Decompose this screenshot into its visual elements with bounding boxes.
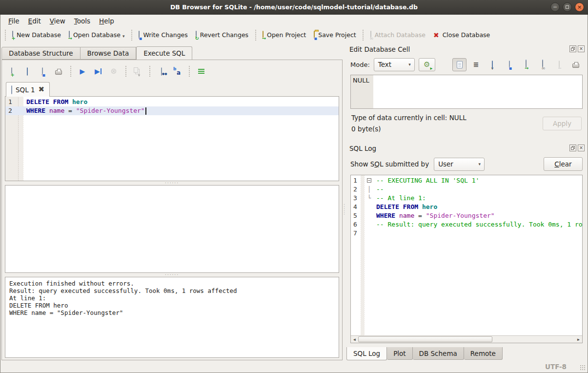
- toolbar-separator: [254, 30, 257, 41]
- toolbar-separator: [188, 66, 190, 77]
- print-cell-button[interactable]: [568, 58, 583, 71]
- splitter-handle[interactable]: ······: [2, 181, 342, 185]
- set-null-icon: −: [559, 61, 560, 68]
- execute-all-icon: ▶: [80, 68, 85, 75]
- menu-view[interactable]: View: [45, 16, 70, 26]
- sql-editor[interactable]: 1DELETE FROM hero2WHERE name = "Spider-Y…: [5, 96, 339, 181]
- maximize-button[interactable]: [563, 2, 572, 12]
- sql-toolbar: + ▪▾ ▶ ▶ ⊗ ▾ ba: [5, 64, 339, 79]
- new-database-button[interactable]: + New Database: [8, 29, 65, 41]
- menu-file[interactable]: File: [4, 16, 24, 26]
- chevron-down-icon: ▾: [479, 162, 481, 166]
- auto-format-icon: [198, 69, 204, 74]
- close-button[interactable]: ×: [575, 2, 584, 12]
- chevron-down-icon: ▾: [408, 62, 411, 67]
- main-toolbar: + New Database → Open Database ▾ ▪ Write…: [0, 26, 588, 43]
- set-null-button: −: [552, 58, 566, 71]
- float-dock-icon[interactable]: [569, 145, 576, 151]
- tab-plot[interactable]: Plot: [387, 347, 412, 360]
- revert-changes-button[interactable]: ↻ Revert Changes: [192, 29, 252, 41]
- revert-changes-icon: ↻: [196, 31, 197, 39]
- toolbar-separator: [130, 30, 133, 41]
- open-sql-tab-icon: +: [11, 68, 12, 75]
- save-sql-file-icon: ▪: [42, 68, 43, 75]
- tab-remote[interactable]: Remote: [464, 347, 503, 360]
- cell-mode-row: Mode: Text▾ ⚙▸ ≣ ▾ ▪ → ∞ −: [350, 57, 583, 72]
- scrollbar-thumb[interactable]: [358, 336, 492, 342]
- attach-database-icon: ∞: [370, 31, 371, 39]
- mode-select[interactable]: Text▾: [374, 58, 415, 71]
- horizontal-scrollbar[interactable]: ◀ ▶: [351, 335, 582, 343]
- tab-sql-log[interactable]: SQL Log: [346, 347, 387, 360]
- open-database-button[interactable]: → Open Database ▾: [65, 29, 129, 41]
- auto-format-button[interactable]: [194, 65, 208, 78]
- print-icon: [572, 63, 579, 68]
- sql-log-filter-row: Show SQL submitted by User▾ Clear: [350, 157, 583, 171]
- sql-file-tab[interactable]: SQL 1 ✖: [6, 82, 50, 97]
- execute-all-button[interactable]: ▶: [76, 65, 89, 78]
- results-table[interactable]: [5, 185, 339, 273]
- execute-current-line-button[interactable]: ▶: [91, 65, 105, 78]
- bottom-tabbar: SQL Log Plot DB Schema Remote: [346, 347, 587, 360]
- tab-db-schema[interactable]: DB Schema: [413, 347, 464, 360]
- toolbar-separator: [148, 66, 151, 77]
- close-database-button[interactable]: ✖ Close Database: [429, 29, 494, 41]
- cell-value: NULL: [353, 77, 369, 84]
- write-changes-button[interactable]: ▪ Write Changes: [135, 29, 191, 41]
- open-sql-tab-button[interactable]: +: [5, 65, 19, 78]
- splitter-handle[interactable]: ······: [2, 273, 342, 277]
- menu-help[interactable]: Help: [95, 16, 119, 26]
- stop-button: ⊗: [107, 65, 121, 78]
- main-tabbar: Database Structure Browse Data Execute S…: [1, 46, 343, 60]
- print-sql-button[interactable]: [52, 65, 65, 78]
- vertical-splitter[interactable]: ······: [343, 195, 346, 225]
- auto-switch-mode-button[interactable]: ⚙▸: [419, 58, 435, 71]
- titlebar[interactable]: DB Browser for SQLite - /home/user/code/…: [0, 0, 588, 15]
- text-document-icon: [457, 61, 463, 68]
- open-sql-file-icon: [27, 68, 28, 75]
- float-dock-icon[interactable]: [569, 45, 576, 52]
- close-tab-icon[interactable]: ✖: [39, 86, 45, 93]
- export-cell-button[interactable]: ▪: [502, 58, 516, 71]
- tab-execute-sql[interactable]: Execute SQL: [136, 46, 192, 60]
- tab-database-structure[interactable]: Database Structure: [1, 47, 81, 60]
- toolbar-separator: [124, 66, 127, 77]
- open-external-button[interactable]: →: [519, 58, 533, 71]
- menubar: File Edit View Tools Help: [0, 15, 588, 26]
- find-button[interactable]: [155, 65, 168, 78]
- scroll-left-icon[interactable]: ◀: [351, 336, 358, 343]
- minimize-button[interactable]: −: [550, 2, 560, 12]
- close-dock-icon[interactable]: ×: [578, 45, 585, 52]
- replace-button[interactable]: ba: [170, 65, 184, 78]
- apply-button: Apply: [543, 117, 582, 130]
- left-panel: Database Structure Browse Data Execute S…: [1, 46, 343, 360]
- save-project-button[interactable]: ▪ Save Project: [310, 29, 360, 41]
- save-sql-file-button[interactable]: ▪▾: [36, 65, 50, 78]
- attach-database-button: ∞ Attach Database: [366, 29, 429, 41]
- write-changes-icon: ▪: [139, 31, 140, 39]
- menu-tools[interactable]: Tools: [70, 16, 95, 26]
- cell-info-row: Type of data currently in cell: NULL 0 b…: [351, 114, 582, 137]
- import-cell-button[interactable]: ▾: [486, 58, 500, 71]
- open-project-button[interactable]: → Open Project: [259, 29, 310, 41]
- execution-message-pane[interactable]: Execution finished without errors.Result…: [5, 277, 339, 358]
- resize-grip[interactable]: [580, 365, 586, 371]
- encoding-indicator[interactable]: UTF-8: [545, 363, 567, 371]
- sql-file-tabbar: SQL 1 ✖: [6, 82, 342, 97]
- menu-edit[interactable]: Edit: [24, 16, 45, 26]
- link-data-button[interactable]: ∞: [535, 58, 549, 71]
- sql-log-dock-header: SQL Log ×: [346, 143, 587, 154]
- sql-log-view[interactable]: 1−-- EXECUTING ALL IN 'SQL 1'2│--3└-- At…: [350, 175, 583, 343]
- clear-log-button[interactable]: Clear: [544, 157, 583, 171]
- word-wrap-button[interactable]: ≣: [469, 58, 483, 71]
- tab-browse-data[interactable]: Browse Data: [81, 47, 137, 60]
- close-dock-icon[interactable]: ×: [578, 145, 585, 151]
- open-sql-file-button[interactable]: [20, 65, 34, 78]
- scroll-right-icon[interactable]: ▶: [575, 336, 582, 343]
- text-mode-button[interactable]: [452, 58, 466, 71]
- maximize-icon: [566, 5, 569, 9]
- submitted-by-select[interactable]: User▾: [434, 158, 485, 171]
- cell-value-editor[interactable]: NULL: [350, 75, 583, 109]
- new-database-icon: +: [12, 31, 13, 39]
- chevron-down-icon[interactable]: ▾: [122, 34, 125, 39]
